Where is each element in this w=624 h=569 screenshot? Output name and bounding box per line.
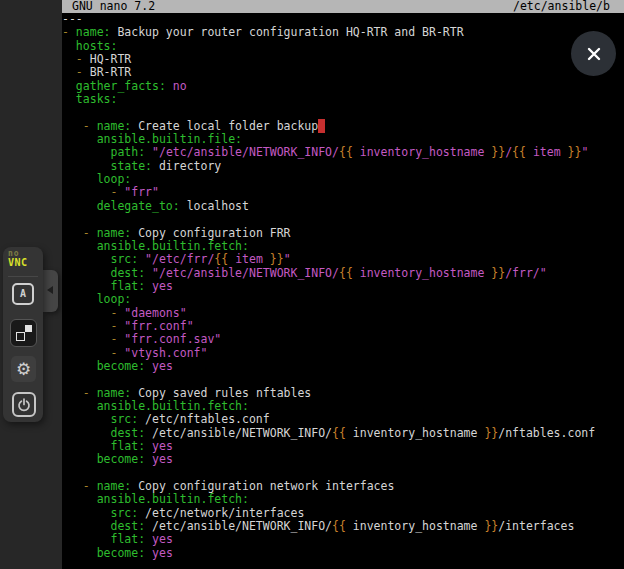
collapse-arrow-icon [47,286,53,294]
fullscreen-icon-corner [25,325,32,332]
editor-line: dest: /etc/ansible/NETWORK_INFO/{{ inven… [62,427,624,440]
clipboard-icon: A [20,288,26,299]
editor-line: - "frr.conf" [62,320,624,333]
editor-line: flat: yes [62,440,624,453]
editor-line: ansible.builtin.file: [62,133,624,146]
editor-line: delegate_to: localhost [62,200,624,213]
text-cursor [318,119,325,133]
editor-line: - "frr" [62,186,624,199]
editor-line: flat: yes [62,280,624,293]
editor-line: gather_facts: no [62,80,624,93]
terminal[interactable]: GNU nano 7.2 /etc/ansible/b ---- name: B… [62,0,624,569]
editor-content: ---- name: Backup your router configurat… [62,13,624,569]
control-bar-handle[interactable] [43,270,58,312]
close-button[interactable] [571,31,616,76]
editor-line: loop: [62,293,624,306]
editor-line: path: "/etc/ansible/NETWORK_INFO/{{ inve… [62,146,624,159]
editor-line: tasks: [62,93,624,106]
editor-line: - name: Backup your router configuration… [62,26,624,39]
editor-line: - "vtysh.conf" [62,347,624,360]
editor-line: - name: Create local folder backup [62,120,624,133]
gear-icon: ⚙ [16,359,31,379]
editor-line: - "frr.conf.sav" [62,333,624,346]
editor-line: - BR-RTR [62,66,624,79]
editor-line: --- [62,13,624,26]
editor-line [62,467,624,480]
nano-app-title: GNU nano 7.2 [72,0,155,13]
editor-line: src: /etc/network/interfaces [62,507,624,520]
editor-line: src: /etc/nftables.conf [62,413,624,426]
power-icon [17,398,31,412]
editor-line [62,213,624,226]
editor-line [62,373,624,386]
fullscreen-icon [16,332,25,341]
editor-line [62,106,624,119]
editor-line: hosts: [62,40,624,53]
editor-line: src: "/etc/frr/{{ item }}" [62,253,624,266]
power-button[interactable] [12,392,36,417]
editor-line: - HQ-RTR [62,53,624,66]
fullscreen-button[interactable] [10,319,37,347]
editor-line: ansible.builtin.fetch: [62,240,624,253]
nano-titlebar: GNU nano 7.2 /etc/ansible/b [62,0,624,13]
editor-line: state: directory [62,160,624,173]
clipboard-button[interactable]: A [12,283,34,305]
editor-line: - name: Copy configuration FRR [62,227,624,240]
vnc-desktop: GNU nano 7.2 /etc/ansible/b ---- name: B… [0,0,624,569]
editor-line: become: yes [62,453,624,466]
editor-line: become: yes [62,360,624,373]
editor-line: loop: [62,173,624,186]
editor-line: ansible.builtin.fetch: [62,493,624,506]
editor-line: dest: /etc/ansible/NETWORK_INFO/{{ inven… [62,520,624,533]
editor-line: - "daemons" [62,307,624,320]
novnc-logo: no VNC [8,250,28,268]
novnc-control-bar: no VNC A ⚙ [3,247,43,422]
settings-button[interactable]: ⚙ [11,356,36,382]
editor-line: become: yes [62,547,624,560]
editor-line: dest: "/etc/ansible/NETWORK_INFO/{{ inve… [62,267,624,280]
nano-file-path: /etc/ansible/b [513,0,610,13]
close-icon [585,45,603,63]
novnc-logo-bottom: VNC [8,258,28,268]
control-bar-divider [8,276,38,277]
editor-line: - name: Copy saved rules nftables [62,387,624,400]
editor-line: - name: Copy configuration network inter… [62,480,624,493]
editor-line: ansible.builtin.fetch: [62,400,624,413]
editor-line: flat: yes [62,533,624,546]
